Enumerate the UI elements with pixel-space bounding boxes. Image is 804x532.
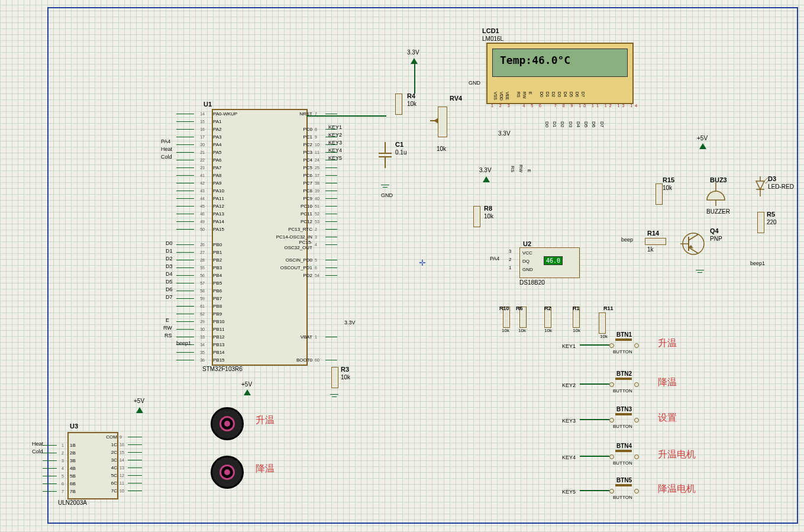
mcu-ref: U1	[204, 101, 212, 108]
net-d1: D1	[552, 121, 557, 127]
r5-ref: R5	[767, 211, 775, 218]
btn-part-btn1: BUTTON	[613, 349, 632, 354]
r1-val: 10k	[573, 328, 580, 333]
r6-ref: R6	[516, 305, 523, 311]
net-d7-mcu: D7	[166, 294, 173, 300]
mcu-left-pin-row: 59 PB7	[176, 295, 237, 302]
uln-right-pin-row: 3C 14	[95, 456, 142, 464]
buz3-ref: BUZ3	[710, 176, 727, 183]
sensor-part: DS18B20	[519, 279, 545, 286]
mcu-left-pin-row: 62 PB9	[176, 310, 237, 318]
uln-left-pin-row: 6 6B	[43, 480, 76, 488]
resistor-r14	[645, 238, 666, 245]
mcu-right-pin-row: OSCOUT_PD1 6	[272, 264, 337, 272]
mcu-left-pin-row: 61 PB8	[176, 302, 237, 310]
button-btn2[interactable]	[609, 379, 639, 387]
lcd-display: Temp:46.0°C	[492, 49, 628, 77]
motor-heat	[211, 407, 244, 440]
mcu-left-pin-row: 50 PA15	[176, 225, 237, 233]
transistor-q4	[680, 231, 706, 258]
net-d3-mcu: D3	[166, 263, 173, 269]
mcu-left-pin-row: 35 PB14	[176, 349, 237, 356]
sensor-ref: U2	[523, 240, 531, 247]
uln-left-pin-row: 3 3B	[43, 457, 76, 465]
lcd-pin-vee: VEE	[505, 92, 509, 101]
mcu-right-pin-group: NRST 7 PC0 8 PC1 9 PC2 10 PC3 11 PC4 24 …	[272, 110, 337, 364]
lcd-pin-vdd: VDD	[499, 92, 503, 101]
mcu-left-pin-row: 15 PA1	[176, 118, 237, 125]
sensor-net: PA4	[490, 256, 499, 262]
sensor-pinnum-1: 1	[509, 264, 511, 272]
button-btn5[interactable]	[609, 485, 639, 494]
r8-val: 10k	[484, 213, 493, 220]
resistor-r4	[395, 93, 402, 115]
sensor-pin-vcc: VCC	[522, 250, 532, 256]
uln-left-pin-row: 5 5B	[43, 472, 76, 480]
lcd-pin-numbers: 1 2 3 4 5 6 7 8 9 10 11 12 13 14	[491, 104, 640, 108]
lcd-pin-rw: RW	[522, 92, 527, 101]
motor-cold-label: 降温	[256, 463, 275, 475]
btn-net-btn4: KEY4	[562, 454, 576, 460]
lcd-net-row: D0 D1 D2 D3 D4 D5 D6 D7	[544, 121, 605, 128]
btn-label-btn2: 降温	[658, 376, 677, 389]
button-btn1[interactable]	[609, 340, 639, 348]
btn-ref-btn3: BTN3	[616, 406, 632, 412]
button-btn3[interactable]	[609, 414, 639, 423]
wire-btn-btn4	[580, 456, 609, 457]
resistor-r15	[656, 183, 663, 205]
net-beep1-r5: beep1	[750, 260, 765, 266]
mcu-right-pin-row: PC3 11	[272, 149, 337, 156]
power-arrow-5v-mot	[244, 389, 251, 395]
mcu-right-pin-row: NRST 7	[272, 110, 337, 118]
wire-btn-btn3	[580, 419, 609, 420]
lcd-pin-vss: VSS	[493, 92, 498, 101]
mcu-right-pin-row: BOOT0 60	[272, 356, 337, 364]
gnd-symbol-r3	[330, 394, 338, 400]
svg-marker-8	[756, 181, 764, 189]
net-key2: KEY2	[328, 132, 342, 138]
btn-part-btn3: BUTTON	[613, 424, 632, 429]
btn-label-btn4: 升温电机	[658, 449, 696, 461]
mcu-right-pin-row: PC13_RTC 2	[272, 225, 337, 233]
cursor-crosshair-icon: ✛	[419, 258, 426, 267]
net-d2-mcu: D2	[166, 256, 173, 262]
net-d1-mcu: D1	[166, 248, 173, 254]
buzzer-buz3	[704, 182, 728, 207]
btn-label-btn3: 设置	[658, 412, 677, 424]
r8-ref: R8	[484, 205, 492, 212]
mcu-left-pin-row: 21 PA5	[176, 149, 237, 156]
mcu-left-pin-row: 28 PB2	[176, 256, 237, 264]
btn-part-btn2: BUTTON	[613, 388, 632, 394]
r10-val: 10k	[502, 328, 509, 333]
uln-left-pin-row: 4 4B	[43, 465, 76, 472]
net-d3: D3	[568, 121, 573, 127]
btn-net-btn5: KEY5	[562, 489, 576, 495]
net-key3: KEY3	[328, 140, 342, 146]
net-beep1-mcu: beep1	[176, 340, 191, 346]
lcd-pin-rs: RS	[516, 92, 521, 101]
button-btn4[interactable]	[609, 451, 639, 459]
btn-net-btn2: KEY2	[562, 382, 576, 388]
net-d6: D6	[591, 121, 596, 127]
net-heat: Heat	[161, 146, 172, 152]
mcu-right-pin-row: PC1 9	[272, 133, 337, 141]
uln-right-pin-row: COM 9	[95, 433, 142, 441]
sensor-pin-nums: 3 2 1	[509, 247, 511, 272]
uln-right-pins: COM 9 1C 16 2C 15 3C 14 4C 13 5C 12 6C 1…	[95, 433, 142, 495]
sensor-pin-gnd: GND	[522, 267, 533, 272]
net-d7: D7	[599, 121, 605, 127]
lcd-pin-d3: D3	[557, 92, 561, 101]
vcc-33v-1: 3.3V	[407, 49, 419, 56]
mcu-right-pin-row: PC4 24	[272, 156, 337, 164]
gnd-symbol-1	[381, 185, 389, 191]
wire-btn-btn5	[580, 490, 609, 491]
mcu-left-pin-row: 29 PB10	[176, 318, 237, 325]
btn-label-btn1: 升温	[658, 337, 677, 350]
lcd-pin-d5: D5	[569, 92, 573, 101]
mcu-right-pin-row	[272, 310, 337, 318]
lcd-gnd-label: GND	[469, 80, 480, 86]
lcd-pin-d2: D2	[551, 92, 556, 101]
uln-left-pins: 1 1B 2 2B 3 3B 4 4B 5 5B 6 6B 7 7B	[43, 441, 76, 495]
wire-nrst	[306, 115, 386, 117]
uln-left-pin-row: 7 7B	[43, 488, 76, 495]
